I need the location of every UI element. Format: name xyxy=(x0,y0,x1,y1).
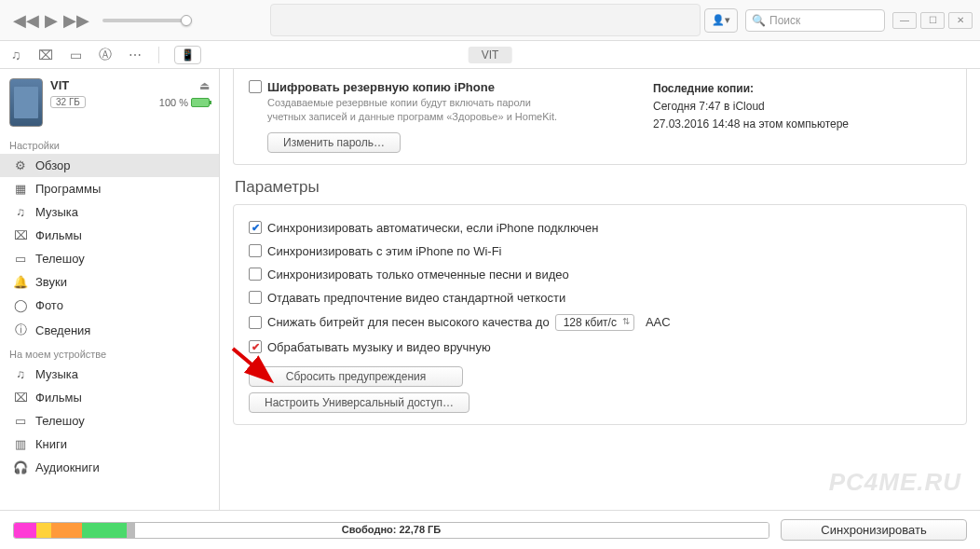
prev-button[interactable]: ◀◀ xyxy=(13,10,39,31)
change-password-button[interactable]: Изменить пароль… xyxy=(267,132,401,153)
storage-free-label: Свободно: 22,78 ГБ xyxy=(342,524,441,535)
device-tab[interactable]: VIT xyxy=(469,47,512,63)
storage-usage-bar: Свободно: 22,78 ГБ xyxy=(13,522,769,539)
info-icon: ⓘ xyxy=(13,322,28,338)
sidebar-item-music[interactable]: ♫Музыка xyxy=(0,200,219,224)
footer: Свободно: 22,78 ГБ Синхронизировать xyxy=(0,510,980,549)
opt-wifi-sync: Синхронизировать с этим iPhone по Wi-Fi xyxy=(249,240,951,263)
sidebar-item-photos[interactable]: ◯Фото xyxy=(0,294,219,317)
encrypt-backup-checkbox[interactable] xyxy=(249,80,262,93)
apps-source-icon[interactable]: Ⓐ xyxy=(97,47,114,63)
params-card: Синхронизировать автоматически, если iPh… xyxy=(233,204,967,425)
play-button[interactable]: ▶ xyxy=(45,10,58,31)
window-controls: — ☐ ✕ xyxy=(892,12,973,29)
sidebar-group-settings: Настройки xyxy=(0,134,219,154)
movies-source-icon[interactable]: ⌧ xyxy=(37,48,54,62)
sidebar-dev-audiobooks[interactable]: 🎧Аудиокниги xyxy=(0,456,219,479)
minimize-button[interactable]: — xyxy=(892,12,917,29)
main-pane: Шифровать резервную копию iPhone Создава… xyxy=(220,69,980,510)
search-placeholder: Поиск xyxy=(769,14,800,27)
opt-manual-checkbox[interactable] xyxy=(249,340,262,353)
encrypt-backup-label: Шифровать резервную копию iPhone xyxy=(267,80,495,94)
apps-icon: ▦ xyxy=(13,182,28,196)
divider xyxy=(158,47,159,63)
next-button[interactable]: ▶▶ xyxy=(63,10,89,31)
titlebar: ◀◀ ▶ ▶▶ 👤▾ 🔍 Поиск — ☐ ✕ xyxy=(0,0,980,41)
device-capacity: 32 ГБ xyxy=(50,96,86,108)
volume-slider[interactable] xyxy=(102,19,186,22)
opt-bitrate: Снижать битрейт для песен высокого качес… xyxy=(249,309,951,336)
eject-button[interactable]: ⏏ xyxy=(199,79,210,92)
sidebar-item-apps[interactable]: ▦Программы xyxy=(0,177,219,200)
battery-icon xyxy=(191,98,210,107)
opt-auto-sync-checkbox[interactable] xyxy=(249,221,262,234)
account-button[interactable]: 👤▾ xyxy=(704,8,738,33)
lcd-display xyxy=(270,4,701,36)
sidebar-dev-tvshows[interactable]: ▭Телешоу xyxy=(0,409,219,432)
music-source-icon[interactable]: ♫ xyxy=(7,48,24,62)
sidebar-item-info[interactable]: ⓘСведения xyxy=(0,317,219,343)
opt-sd-video-checkbox[interactable] xyxy=(249,291,262,304)
sync-button[interactable]: Синхронизировать xyxy=(781,519,967,541)
maximize-button[interactable]: ☐ xyxy=(920,12,945,29)
backup-card: Шифровать резервную копию iPhone Создава… xyxy=(233,69,967,165)
device-battery: 100 % xyxy=(159,97,210,108)
sidebar-dev-music[interactable]: ♫Музыка xyxy=(0,363,219,386)
opt-bitrate-checkbox[interactable] xyxy=(249,316,262,329)
sidebar-item-movies[interactable]: ⌧Фильмы xyxy=(0,224,219,247)
device-name: VIT xyxy=(50,78,69,92)
connected-device-button[interactable]: 📱 xyxy=(174,46,201,64)
encrypt-backup-desc: Создаваемые резервные копии будут включа… xyxy=(267,96,565,125)
tv-icon: ▭ xyxy=(13,252,28,266)
source-bar: ♫ ⌧ ▭ Ⓐ ⋯ 📱 VIT xyxy=(0,41,980,69)
opt-checked-only-checkbox[interactable] xyxy=(249,268,262,281)
backup-last: Последние копии: Сегодня 7:47 в iCloud 2… xyxy=(653,80,951,153)
playback-controls: ◀◀ ▶ ▶▶ xyxy=(13,10,89,31)
sidebar-group-ondevice: На моем устройстве xyxy=(0,343,219,363)
sidebar-dev-movies[interactable]: ⌧Фильмы xyxy=(0,386,219,409)
device-header: VIT ⏏ 32 ГБ 100 % xyxy=(0,69,219,134)
reset-warnings-button[interactable]: Сбросить предупреждения xyxy=(249,366,463,387)
titlebar-right: 👤▾ 🔍 Поиск — ☐ ✕ xyxy=(704,0,973,40)
aac-label: AAC xyxy=(646,315,671,329)
close-button[interactable]: ✕ xyxy=(948,12,973,29)
sidebar-item-sounds[interactable]: 🔔Звуки xyxy=(0,270,219,294)
photos-icon: ◯ xyxy=(13,298,28,312)
body-area: VIT ⏏ 32 ГБ 100 % Настройки ⚙Обзор ▦Прог… xyxy=(0,69,980,510)
sidebar-item-overview[interactable]: ⚙Обзор xyxy=(0,154,219,177)
opt-auto-sync: Синхронизировать автоматически, если iPh… xyxy=(249,216,951,240)
opt-wifi-sync-checkbox[interactable] xyxy=(249,244,262,257)
universal-access-button[interactable]: Настроить Универсальный доступ… xyxy=(249,392,470,413)
opt-checked-only: Синхронизировать только отмеченные песни… xyxy=(249,263,951,286)
sidebar-item-tvshows[interactable]: ▭Телешоу xyxy=(0,247,219,270)
bitrate-select[interactable]: 128 кбит/с xyxy=(555,314,634,331)
music-icon: ♫ xyxy=(13,205,28,219)
last-backup-title: Последние копии: xyxy=(653,80,951,98)
opt-sd-video: Отдавать предпочтение видео стандартной … xyxy=(249,286,951,309)
movies-icon: ⌧ xyxy=(13,228,28,242)
opt-manual: Обрабатывать музыку и видео вручную xyxy=(249,336,951,359)
tv-source-icon[interactable]: ▭ xyxy=(67,48,84,62)
overview-icon: ⚙ xyxy=(13,158,28,172)
more-source-icon[interactable]: ⋯ xyxy=(127,48,143,62)
last-backup-line2: 27.03.2016 14:48 на этом компьютере xyxy=(653,116,951,133)
device-info: VIT ⏏ 32 ГБ 100 % xyxy=(50,78,210,108)
sounds-icon: 🔔 xyxy=(13,275,28,289)
search-input[interactable]: 🔍 Поиск xyxy=(745,9,885,32)
sidebar-dev-books[interactable]: ▥Книги xyxy=(0,432,219,456)
last-backup-line1: Сегодня 7:47 в iCloud xyxy=(653,98,951,116)
sidebar: VIT ⏏ 32 ГБ 100 % Настройки ⚙Обзор ▦Прог… xyxy=(0,69,220,510)
search-icon: 🔍 xyxy=(752,14,766,27)
params-title: Параметры xyxy=(235,178,967,197)
device-thumb-icon xyxy=(9,78,43,127)
